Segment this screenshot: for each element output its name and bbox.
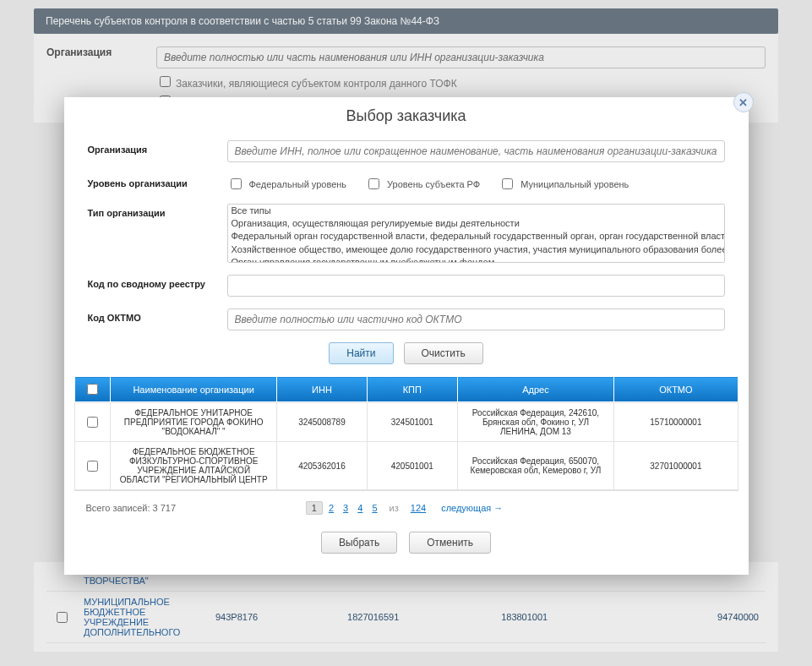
cell-inn: 3245008789 — [277, 403, 368, 442]
level-regional-label: Уровень субъекта РФ — [387, 179, 480, 189]
page-3[interactable]: 3 — [340, 503, 352, 513]
type-option[interactable]: Все типы — [228, 205, 724, 217]
col-inn-header: ИНН — [277, 377, 368, 402]
type-option[interactable]: Хозяйственное общество, имеющее долю гос… — [228, 243, 724, 256]
pager-max[interactable]: 124 — [407, 503, 429, 513]
level-federal-label: Федеральный уровень — [249, 179, 347, 189]
col-name-header: Наименование организации — [111, 377, 277, 402]
select-all-cb[interactable] — [87, 384, 98, 395]
type-option[interactable]: Организация, осуществляющая регулируемые… — [228, 217, 724, 230]
page-1[interactable]: 1 — [306, 501, 323, 515]
close-icon[interactable]: ✕ — [733, 92, 754, 112]
cell-addr: Российская Федерация, 242610, Брянская о… — [457, 403, 614, 442]
org-label: Организация — [88, 140, 227, 155]
cell-addr: Российская Федерация, 650070, Кемеровска… — [457, 442, 614, 490]
org-input[interactable] — [227, 140, 725, 162]
cell-kpp: 420501001 — [367, 442, 457, 490]
cell-name: ФЕДЕРАЛЬНОЕ УНИТАРНОЕ ПРЕДПРИЯТИЕ ГОРОДА… — [111, 403, 277, 442]
total-records: Всего записей: 3 717 — [86, 503, 177, 513]
level-federal-cb[interactable] — [231, 178, 242, 189]
page-4[interactable]: 4 — [354, 503, 366, 513]
cell-oktmo: 32701000001 — [614, 442, 738, 490]
find-button[interactable]: Найти — [329, 342, 393, 364]
level-municipal-cb[interactable] — [502, 178, 513, 189]
row-cb[interactable] — [87, 417, 98, 428]
type-option[interactable]: Федеральный орган государственной власти… — [228, 230, 724, 243]
oktmo-input[interactable] — [227, 308, 725, 330]
pager-next[interactable]: следующая → — [438, 503, 506, 513]
level-regional-cb[interactable] — [368, 178, 379, 189]
col-addr-header: Адрес — [457, 377, 614, 402]
cell-oktmo: 15710000001 — [614, 403, 738, 442]
cell-inn: 4205362016 — [277, 442, 368, 490]
col-checkbox-header[interactable] — [74, 377, 111, 402]
oktmo-label: Код ОКТМО — [88, 308, 227, 323]
customer-modal: ✕ Выбор заказчика Организация Уровень ор… — [64, 97, 749, 575]
page-5[interactable]: 5 — [368, 503, 380, 513]
col-kpp-header: КПП — [367, 377, 457, 402]
select-button[interactable]: Выбрать — [321, 532, 397, 554]
table-row: ФЕДЕРАЛЬНОЕ БЮДЖЕТНОЕ ФИЗКУЛЬТУРНО-СПОРТ… — [74, 442, 738, 490]
clear-button[interactable]: Очистить — [404, 342, 483, 364]
org-type-select[interactable]: Все типыОрганизация, осуществляющая регу… — [227, 204, 725, 263]
type-option[interactable]: Орган управления государственным внебюдж… — [228, 256, 724, 263]
level-label: Уровень организации — [88, 174, 227, 188]
table-row: ФЕДЕРАЛЬНОЕ УНИТАРНОЕ ПРЕДПРИЯТИЕ ГОРОДА… — [74, 403, 738, 442]
col-oktmo-header: ОКТМО — [614, 377, 738, 402]
cell-kpp: 324501001 — [367, 403, 457, 442]
type-label: Тип организации — [88, 204, 227, 218]
cell-name: ФЕДЕРАЛЬНОЕ БЮДЖЕТНОЕ ФИЗКУЛЬТУРНО-СПОРТ… — [111, 442, 277, 490]
cancel-button[interactable]: Отменить — [409, 532, 491, 554]
code-label: Код по сводному реестру — [88, 275, 227, 289]
level-municipal-label: Муниципальный уровень — [520, 179, 629, 189]
pager-of: из — [390, 503, 399, 513]
registry-code-input[interactable] — [227, 275, 725, 297]
page-2[interactable]: 2 — [325, 503, 337, 513]
modal-title: Выбор заказчика — [64, 107, 749, 125]
row-cb[interactable] — [87, 461, 98, 472]
